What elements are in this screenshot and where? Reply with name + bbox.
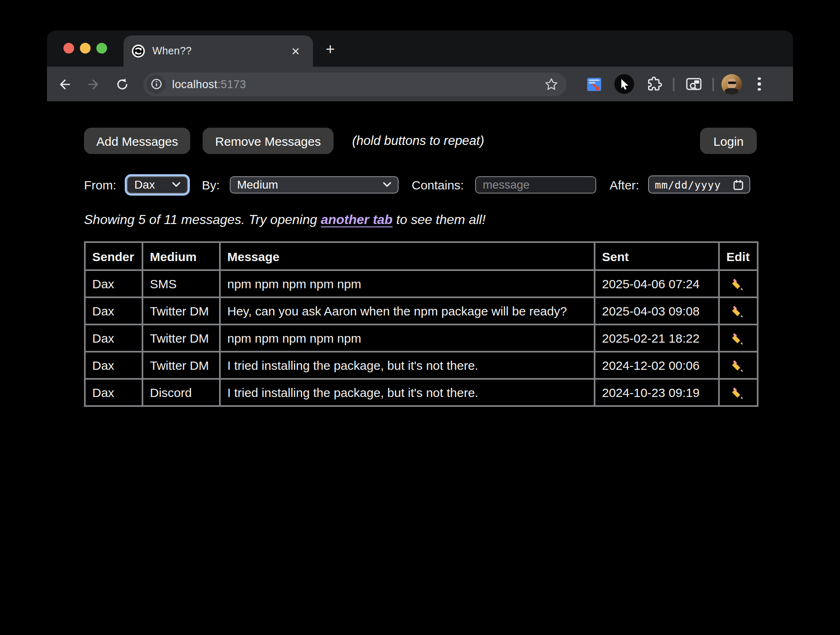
by-label: By: — [202, 177, 219, 191]
cell-sender: Dax — [85, 352, 142, 379]
status-before-link: Showing 5 of 11 messages. Try opening — [84, 212, 321, 226]
window-resizer-extension-icon[interactable] — [582, 72, 605, 96]
edit-cell[interactable] — [719, 325, 758, 352]
after-date-value: mm/dd/yyyy — [655, 178, 728, 191]
table-row: Dax Twitter DM Hey, can you ask Aaron wh… — [85, 297, 758, 325]
header-sender: Sender — [85, 242, 142, 270]
header-message: Message — [220, 242, 595, 270]
messages-table: Sender Medium Message Sent Edit Dax SMS … — [84, 241, 758, 407]
contains-input[interactable] — [475, 176, 596, 193]
cell-message: Hey, can you ask Aaron when the npm pack… — [220, 297, 595, 325]
hold-buttons-hint: (hold buttons to repeat) — [352, 133, 484, 148]
cell-sender: Dax — [85, 297, 142, 325]
zoom-window-button[interactable] — [96, 43, 107, 54]
minimize-window-button[interactable] — [80, 43, 91, 54]
table-row: Dax Twitter DM I tried installing the pa… — [85, 352, 758, 379]
bookmark-star-icon[interactable] — [544, 77, 558, 91]
contains-label: Contains: — [412, 177, 464, 191]
edit-pencil-icon[interactable] — [732, 360, 745, 373]
cell-sender: Dax — [85, 270, 142, 297]
cell-sent: 2025-02-21 18:22 — [595, 325, 719, 352]
cell-message: npm npm npm npm npm — [220, 270, 595, 297]
browser-window: When?? ✕ + — [47, 30, 793, 574]
calendar-icon[interactable] — [733, 179, 744, 190]
url-text: localhost:5173 — [172, 78, 246, 90]
cell-medium: Twitter DM — [142, 297, 220, 325]
traffic-lights — [63, 43, 107, 54]
back-icon[interactable] — [53, 72, 76, 96]
chevron-down-icon — [172, 182, 180, 187]
browser-tab[interactable]: When?? ✕ — [124, 35, 313, 67]
cell-message: I tried installing the package, but it's… — [220, 379, 595, 406]
url-host: localhost — [172, 78, 217, 90]
cell-medium: SMS — [142, 270, 220, 297]
cell-message: npm npm npm npm npm — [220, 325, 595, 352]
toolbar-divider — [712, 77, 714, 91]
toolbar-right-icons — [582, 72, 771, 96]
chevron-down-icon — [383, 182, 391, 187]
tab-close-icon[interactable]: ✕ — [288, 44, 303, 58]
screen-search-icon[interactable] — [682, 72, 705, 96]
edit-pencil-icon[interactable] — [732, 305, 745, 318]
address-bar[interactable]: localhost:5173 — [143, 72, 567, 96]
edit-cell[interactable] — [719, 379, 758, 406]
tab-title: When?? — [152, 45, 288, 57]
reload-icon[interactable] — [110, 72, 133, 96]
web-page: Add Messages Remove Messages (hold butto… — [47, 101, 793, 574]
edit-cell[interactable] — [719, 297, 758, 325]
header-medium: Medium — [142, 242, 220, 270]
table-header-row: Sender Medium Message Sent Edit — [85, 242, 758, 270]
remove-messages-button[interactable]: Remove Messages — [203, 128, 333, 154]
table-row: Dax Twitter DM npm npm npm npm npm 2025-… — [85, 325, 758, 352]
from-label: From: — [84, 177, 116, 191]
status-after-link: to see them all! — [392, 212, 485, 226]
url-port: :5173 — [217, 78, 246, 90]
after-label: After: — [609, 177, 639, 191]
filters-row: From: Dax By: Medium Contains: After: mm… — [84, 175, 757, 194]
cell-sent: 2024-12-02 00:06 — [595, 352, 719, 379]
forward-icon[interactable] — [82, 72, 105, 96]
cell-message: I tried installing the package, but it's… — [220, 352, 595, 379]
cell-medium: Twitter DM — [142, 325, 220, 352]
cell-sender: Dax — [85, 379, 142, 406]
tab-strip: When?? ✕ + — [47, 30, 793, 67]
cursor-extension-icon[interactable] — [613, 72, 636, 96]
table-row: Dax SMS npm npm npm npm npm 2025-04-06 0… — [85, 270, 758, 297]
nav-buttons — [53, 72, 133, 96]
from-select[interactable]: Dax — [127, 176, 188, 193]
edit-cell[interactable] — [719, 352, 758, 379]
edit-pencil-icon[interactable] — [732, 332, 745, 346]
edit-cell[interactable] — [719, 270, 758, 297]
cell-sender: Dax — [85, 325, 142, 352]
toolbar-divider — [673, 77, 674, 91]
add-messages-button[interactable]: Add Messages — [84, 128, 190, 154]
another-tab-link[interactable]: another tab — [321, 212, 392, 226]
extensions-puzzle-icon[interactable] — [642, 72, 665, 96]
edit-pencil-icon[interactable] — [732, 387, 745, 400]
profile-avatar[interactable] — [721, 74, 742, 94]
by-select[interactable]: Medium — [230, 176, 399, 193]
cell-sent: 2025-04-06 07:24 — [595, 270, 719, 297]
screen: When?? ✕ + — [0, 0, 840, 635]
after-date-input[interactable]: mm/dd/yyyy — [648, 175, 750, 194]
cell-medium: Discord — [142, 379, 220, 406]
header-sent: Sent — [595, 242, 719, 270]
favicon-sync-icon — [132, 44, 145, 58]
edit-pencil-icon[interactable] — [732, 278, 745, 291]
cell-sent: 2024-10-23 09:19 — [595, 379, 719, 406]
login-button[interactable]: Login — [700, 128, 757, 154]
header-edit: Edit — [719, 242, 758, 270]
cell-medium: Twitter DM — [142, 352, 220, 379]
by-select-value: Medium — [237, 178, 378, 191]
table-row: Dax Discord I tried installing the packa… — [85, 379, 758, 406]
actions-row: Add Messages Remove Messages (hold butto… — [84, 128, 757, 154]
cell-sent: 2025-04-03 09:08 — [595, 297, 719, 325]
site-info-icon[interactable] — [147, 75, 166, 93]
new-tab-button[interactable]: + — [320, 39, 341, 60]
from-select-value: Dax — [134, 178, 167, 191]
browser-menu-icon[interactable] — [748, 72, 771, 96]
browser-toolbar: localhost:5173 — [47, 67, 793, 101]
close-window-button[interactable] — [63, 43, 74, 54]
status-line: Showing 5 of 11 messages. Try opening an… — [84, 212, 757, 227]
